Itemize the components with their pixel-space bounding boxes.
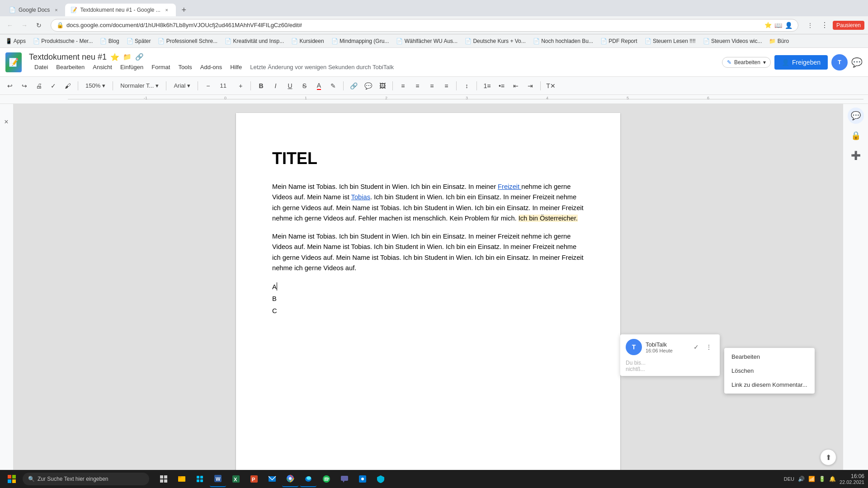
comment-toolbar-btn[interactable]: 💬 (362, 80, 374, 92)
comment-resolve-btn[interactable]: ✓ (691, 342, 702, 352)
right-sidebar-comments-btn[interactable]: 💬 (848, 108, 864, 124)
highlight-btn[interactable]: ✎ (327, 80, 340, 92)
paragraph-1[interactable]: Mein Name ist Tobias. Ich bin Student in… (272, 182, 584, 224)
text-color-btn[interactable]: A (312, 80, 325, 92)
bookmark-13[interactable]: 📄 Steuern Videos wic... (701, 37, 764, 45)
redo-btn[interactable]: ↪ (18, 80, 31, 92)
justify-btn[interactable]: ≡ (440, 80, 453, 92)
list-item-a[interactable]: A (272, 281, 584, 293)
font-dropdown[interactable]: Arial ▾ (170, 80, 194, 91)
comment-more-btn[interactable]: ⋮ (703, 342, 714, 352)
menu-ansicht[interactable]: Ansicht (89, 62, 116, 72)
right-sidebar-add-btn[interactable]: ➕ (848, 147, 864, 164)
strikethrough-btn[interactable]: S (298, 80, 311, 92)
apps-bookmark[interactable]: 📱 Apps (4, 37, 28, 45)
chrome-menu-btn[interactable]: ⋮ (818, 19, 831, 32)
taskbar-notification-icon[interactable]: 🔔 (829, 476, 836, 482)
taskbar-clock[interactable]: 16:06 22.02.2021 (840, 473, 864, 485)
italic-btn[interactable]: I (269, 80, 282, 92)
bookmark-5[interactable]: 📄 Kreativität und Insp... (223, 37, 286, 45)
bookmark-2[interactable]: 📄 Blog (98, 37, 121, 45)
taskbar-app-spotify[interactable] (318, 471, 335, 487)
bookmark-10[interactable]: 📄 Noch hochladen Bu... (531, 37, 595, 45)
print-btn[interactable]: 🖨 (33, 80, 45, 92)
comments-btn[interactable]: 💬 (851, 57, 863, 68)
taskbar-app-chrome[interactable] (282, 471, 298, 487)
taskbar-app-photos[interactable] (354, 471, 371, 487)
extensions-btn[interactable]: ⋮ (804, 19, 816, 32)
context-menu-link[interactable]: Link zu diesem Kommentar... (724, 378, 815, 392)
bookmark-4[interactable]: 📄 Professionell Schre... (156, 37, 219, 45)
bookmark-7[interactable]: 📄 Mindmapping (Gru... (330, 37, 391, 45)
address-bar[interactable]: 🔒 docs.google.com/document/d/1hUH8k6h7Lb… (51, 19, 798, 32)
user-avatar[interactable]: T (831, 54, 848, 70)
pause-btn[interactable]: Pausieren (833, 21, 864, 30)
taskbar-app-taskview[interactable] (156, 471, 172, 487)
taskbar-app-edge[interactable] (300, 471, 316, 487)
bookmark-3[interactable]: 📄 Später (125, 37, 153, 45)
tab-close-btn[interactable]: × (52, 6, 60, 14)
taskbar-app-excel[interactable]: X (228, 471, 244, 487)
taskbar-app-word[interactable]: W (210, 471, 226, 487)
back-btn[interactable]: ← (4, 19, 16, 32)
underline-btn[interactable]: U (283, 80, 296, 92)
avatar-nav[interactable]: 👤 (785, 22, 793, 29)
reading-icon[interactable]: 📖 (774, 22, 782, 29)
align-right-btn[interactable]: ≡ (425, 80, 438, 92)
paragraph-2[interactable]: Mein Name ist Tobias. Ich bin Student in… (272, 231, 584, 274)
undo-btn[interactable]: ↩ (4, 80, 16, 92)
freizeit-link[interactable]: Freizeit (498, 183, 521, 190)
context-menu-löschen[interactable]: Löschen (724, 364, 815, 378)
star-icon[interactable]: ⭐ (764, 22, 772, 28)
taskbar-app-security[interactable] (373, 471, 389, 487)
align-left-btn[interactable]: ≡ (396, 80, 409, 92)
menu-bearbeiten[interactable]: Bearbeiten (52, 62, 88, 72)
share-status-icon[interactable]: 🔗 (135, 53, 144, 61)
menu-format[interactable]: Format (148, 62, 174, 72)
font-size-input[interactable]: 11 (216, 80, 232, 91)
bulleted-list-btn[interactable]: •≡ (495, 80, 508, 92)
close-sidebar-btn[interactable]: × (2, 117, 11, 127)
right-sidebar-history-btn[interactable]: 🔒 (848, 127, 864, 144)
context-menu-bearbeiten[interactable]: Bearbeiten (724, 350, 815, 364)
list-item-b[interactable]: B (272, 293, 584, 305)
taskbar-app-mail[interactable] (264, 471, 280, 487)
bookmark-9[interactable]: 📄 Deutsche Kurs + Vo... (463, 37, 528, 45)
taskbar-battery-icon[interactable]: 🔋 (819, 476, 826, 482)
taskbar-app-ppt[interactable]: P (246, 471, 262, 487)
forward-btn[interactable]: → (18, 19, 31, 32)
increase-indent-btn[interactable]: ⇥ (524, 80, 537, 92)
taskbar-app-taskbar3[interactable] (192, 471, 208, 487)
decrease-indent-btn[interactable]: ⇤ (509, 80, 522, 92)
taskbar-app-explorer[interactable] (174, 471, 190, 487)
list-item-c[interactable]: C (272, 305, 584, 317)
bookmark-14[interactable]: 📁 Büro (767, 37, 791, 45)
editing-mode-pill[interactable]: ✎ Bearbeiten ▾ (722, 57, 771, 68)
menu-addons[interactable]: Add-ons (197, 62, 226, 72)
menu-einfügen[interactable]: Einfügen (117, 62, 147, 72)
bookmark-12[interactable]: 📄 Steuern Lesen !!!! (643, 37, 698, 45)
tobias-link[interactable]: Tobias (351, 193, 370, 201)
zoom-dropdown[interactable]: 150% ▾ (82, 80, 109, 91)
tab-active[interactable]: 📝 Textdokument neu #1 - Google ... × (65, 4, 175, 16)
share-button[interactable]: 👤 Freigeben (774, 55, 828, 70)
taskbar-app-chat[interactable] (336, 471, 353, 487)
move-to-folder-icon[interactable]: 📁 (123, 53, 132, 61)
reload-btn[interactable]: ↻ (33, 19, 45, 32)
align-center-btn[interactable]: ≡ (411, 80, 424, 92)
link-btn[interactable]: 🔗 (347, 80, 360, 92)
tab-close-active-btn[interactable]: × (163, 6, 170, 14)
menu-hilfe[interactable]: Hilfe (226, 62, 245, 72)
scroll-to-top-btn[interactable]: ⬆ (820, 449, 836, 465)
tab-google-docs[interactable]: 📄 Google Docs × (4, 4, 65, 16)
doc-title-header[interactable]: Textdokument neu #1 (29, 52, 107, 62)
spellcheck-btn[interactable]: ✓ (47, 80, 60, 92)
document-page[interactable]: TITEL Mein Name ist Tobias. Ich bin Stud… (236, 113, 620, 470)
paint-format-btn[interactable]: 🖌 (61, 80, 74, 92)
bookmark-1[interactable]: 📄 Produktsuche - Mer... (31, 37, 94, 45)
clear-format-btn[interactable]: T✕ (544, 80, 557, 92)
taskbar-network-icon[interactable]: 📶 (808, 476, 815, 482)
star-doc-icon[interactable]: ⭐ (110, 53, 119, 61)
taskbar-search[interactable]: 🔍 Zur Suche Text hier eingeben (23, 473, 149, 485)
line-spacing-btn[interactable]: ↕ (460, 80, 473, 92)
